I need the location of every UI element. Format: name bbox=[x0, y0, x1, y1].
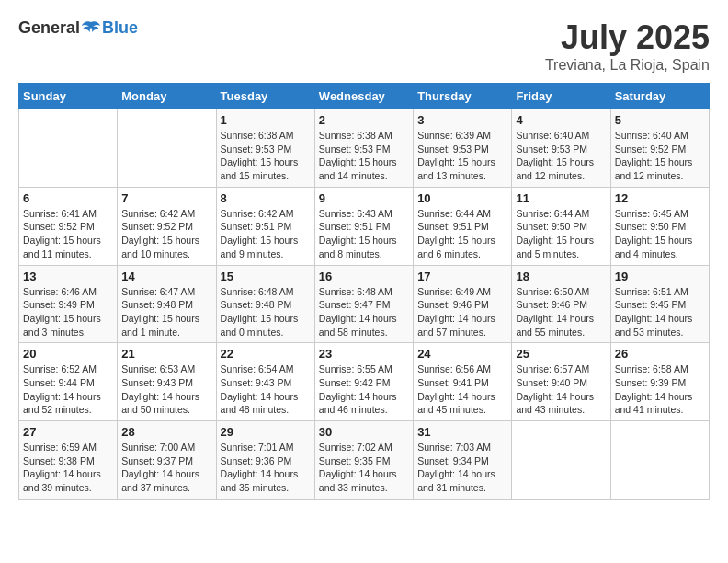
day-number: 13 bbox=[23, 270, 113, 283]
calendar-cell: 26Sunrise: 6:58 AMSunset: 9:39 PMDayligh… bbox=[610, 343, 709, 421]
day-number: 28 bbox=[121, 425, 211, 439]
day-info: Sunrise: 6:54 AMSunset: 9:43 PMDaylight:… bbox=[221, 362, 311, 417]
calendar-week-row: 27Sunrise: 6:59 AMSunset: 9:38 PMDayligh… bbox=[19, 421, 710, 500]
location-title: Treviana, La Rioja, Spain bbox=[545, 57, 710, 74]
header-tuesday: Tuesday bbox=[216, 84, 314, 109]
calendar-cell: 8Sunrise: 6:42 AMSunset: 9:51 PMDaylight… bbox=[216, 187, 314, 265]
day-number: 14 bbox=[121, 270, 211, 283]
header-thursday: Thursday bbox=[414, 84, 512, 109]
header-monday: Monday bbox=[118, 84, 216, 109]
day-number: 7 bbox=[121, 191, 211, 205]
day-info: Sunrise: 6:48 AMSunset: 9:47 PMDaylight:… bbox=[319, 285, 409, 339]
header-sunday: Sunday bbox=[19, 84, 118, 109]
day-number: 18 bbox=[516, 270, 606, 283]
calendar-week-row: 13Sunrise: 6:46 AMSunset: 9:49 PMDayligh… bbox=[19, 265, 710, 343]
calendar-cell: 12Sunrise: 6:45 AMSunset: 9:50 PMDayligh… bbox=[610, 187, 709, 265]
day-info: Sunrise: 6:57 AMSunset: 9:40 PMDaylight:… bbox=[516, 362, 606, 417]
day-info: Sunrise: 6:48 AMSunset: 9:48 PMDaylight:… bbox=[221, 285, 311, 339]
day-number: 2 bbox=[319, 113, 409, 127]
calendar-cell bbox=[118, 109, 216, 188]
day-info: Sunrise: 6:40 AMSunset: 9:52 PMDaylight:… bbox=[615, 129, 705, 183]
calendar-cell: 22Sunrise: 6:54 AMSunset: 9:43 PMDayligh… bbox=[216, 343, 314, 421]
calendar-week-row: 20Sunrise: 6:52 AMSunset: 9:44 PMDayligh… bbox=[19, 343, 710, 421]
day-number: 1 bbox=[221, 113, 311, 127]
calendar-week-row: 6Sunrise: 6:41 AMSunset: 9:52 PMDaylight… bbox=[19, 187, 710, 265]
day-info: Sunrise: 6:55 AMSunset: 9:42 PMDaylight:… bbox=[319, 362, 409, 417]
calendar-cell: 3Sunrise: 6:39 AMSunset: 9:53 PMDaylight… bbox=[414, 109, 512, 188]
day-info: Sunrise: 6:38 AMSunset: 9:53 PMDaylight:… bbox=[319, 129, 409, 183]
logo-bird-icon bbox=[81, 20, 101, 37]
calendar-cell: 4Sunrise: 6:40 AMSunset: 9:53 PMDaylight… bbox=[512, 109, 610, 188]
day-number: 12 bbox=[615, 191, 705, 205]
day-info: Sunrise: 6:52 AMSunset: 9:44 PMDaylight:… bbox=[23, 362, 113, 417]
calendar-cell: 18Sunrise: 6:50 AMSunset: 9:46 PMDayligh… bbox=[512, 265, 610, 343]
calendar-table: SundayMondayTuesdayWednesdayThursdayFrid… bbox=[18, 83, 710, 500]
day-info: Sunrise: 6:50 AMSunset: 9:46 PMDaylight:… bbox=[516, 285, 606, 339]
day-info: Sunrise: 7:01 AMSunset: 9:36 PMDaylight:… bbox=[221, 441, 311, 495]
calendar-cell: 14Sunrise: 6:47 AMSunset: 9:48 PMDayligh… bbox=[118, 265, 216, 343]
calendar-cell bbox=[610, 421, 709, 500]
day-number: 6 bbox=[23, 191, 113, 205]
calendar-cell bbox=[19, 109, 118, 188]
calendar-cell: 9Sunrise: 6:43 AMSunset: 9:51 PMDaylight… bbox=[314, 187, 413, 265]
day-info: Sunrise: 6:40 AMSunset: 9:53 PMDaylight:… bbox=[516, 129, 606, 183]
day-info: Sunrise: 6:39 AMSunset: 9:53 PMDaylight:… bbox=[417, 129, 507, 183]
day-info: Sunrise: 6:44 AMSunset: 9:51 PMDaylight:… bbox=[417, 207, 507, 261]
day-number: 23 bbox=[319, 347, 409, 361]
calendar-cell: 25Sunrise: 6:57 AMSunset: 9:40 PMDayligh… bbox=[512, 343, 610, 421]
day-number: 31 bbox=[417, 425, 507, 439]
logo: General Blue bbox=[18, 18, 138, 38]
day-info: Sunrise: 6:38 AMSunset: 9:53 PMDaylight:… bbox=[221, 129, 311, 183]
day-number: 11 bbox=[516, 191, 606, 205]
day-info: Sunrise: 7:03 AMSunset: 9:34 PMDaylight:… bbox=[417, 441, 507, 495]
day-info: Sunrise: 7:02 AMSunset: 9:35 PMDaylight:… bbox=[319, 441, 409, 495]
day-number: 27 bbox=[23, 425, 113, 439]
calendar-cell: 31Sunrise: 7:03 AMSunset: 9:34 PMDayligh… bbox=[414, 421, 512, 500]
day-info: Sunrise: 6:51 AMSunset: 9:45 PMDaylight:… bbox=[615, 285, 705, 339]
day-number: 25 bbox=[516, 347, 606, 361]
day-info: Sunrise: 6:43 AMSunset: 9:51 PMDaylight:… bbox=[319, 207, 409, 261]
calendar-cell: 13Sunrise: 6:46 AMSunset: 9:49 PMDayligh… bbox=[19, 265, 118, 343]
calendar-cell: 5Sunrise: 6:40 AMSunset: 9:52 PMDaylight… bbox=[610, 109, 709, 188]
day-info: Sunrise: 6:59 AMSunset: 9:38 PMDaylight:… bbox=[23, 441, 113, 495]
header-saturday: Saturday bbox=[610, 84, 709, 109]
day-info: Sunrise: 6:41 AMSunset: 9:52 PMDaylight:… bbox=[23, 207, 113, 261]
day-number: 8 bbox=[221, 191, 311, 205]
day-number: 19 bbox=[615, 270, 705, 283]
day-number: 9 bbox=[319, 191, 409, 205]
day-number: 26 bbox=[615, 347, 705, 361]
day-number: 21 bbox=[121, 347, 211, 361]
calendar-cell: 15Sunrise: 6:48 AMSunset: 9:48 PMDayligh… bbox=[216, 265, 314, 343]
calendar-week-row: 1Sunrise: 6:38 AMSunset: 9:53 PMDaylight… bbox=[19, 109, 710, 188]
day-info: Sunrise: 6:56 AMSunset: 9:41 PMDaylight:… bbox=[417, 362, 507, 417]
header-wednesday: Wednesday bbox=[314, 84, 413, 109]
calendar-cell: 1Sunrise: 6:38 AMSunset: 9:53 PMDaylight… bbox=[216, 109, 314, 188]
calendar-cell: 6Sunrise: 6:41 AMSunset: 9:52 PMDaylight… bbox=[19, 187, 118, 265]
day-number: 22 bbox=[221, 347, 311, 361]
month-title: July 2025 bbox=[545, 18, 710, 57]
day-info: Sunrise: 6:49 AMSunset: 9:46 PMDaylight:… bbox=[417, 285, 507, 339]
day-info: Sunrise: 6:53 AMSunset: 9:43 PMDaylight:… bbox=[121, 362, 211, 417]
day-number: 10 bbox=[417, 191, 507, 205]
calendar-cell: 27Sunrise: 6:59 AMSunset: 9:38 PMDayligh… bbox=[19, 421, 118, 500]
page-header: General Blue July 2025 Treviana, La Rioj… bbox=[18, 18, 710, 74]
day-number: 15 bbox=[221, 270, 311, 283]
day-number: 16 bbox=[319, 270, 409, 283]
day-number: 3 bbox=[417, 113, 507, 127]
day-number: 17 bbox=[417, 270, 507, 283]
calendar-cell: 17Sunrise: 6:49 AMSunset: 9:46 PMDayligh… bbox=[414, 265, 512, 343]
day-number: 29 bbox=[221, 425, 311, 439]
day-info: Sunrise: 6:58 AMSunset: 9:39 PMDaylight:… bbox=[615, 362, 705, 417]
calendar-cell: 2Sunrise: 6:38 AMSunset: 9:53 PMDaylight… bbox=[314, 109, 413, 188]
day-info: Sunrise: 6:42 AMSunset: 9:52 PMDaylight:… bbox=[121, 207, 211, 261]
title-block: July 2025 Treviana, La Rioja, Spain bbox=[545, 18, 710, 74]
calendar-cell: 29Sunrise: 7:01 AMSunset: 9:36 PMDayligh… bbox=[216, 421, 314, 500]
header-friday: Friday bbox=[512, 84, 610, 109]
calendar-cell: 24Sunrise: 6:56 AMSunset: 9:41 PMDayligh… bbox=[414, 343, 512, 421]
logo-general-text: General bbox=[18, 18, 80, 38]
calendar-cell: 23Sunrise: 6:55 AMSunset: 9:42 PMDayligh… bbox=[314, 343, 413, 421]
day-info: Sunrise: 7:00 AMSunset: 9:37 PMDaylight:… bbox=[121, 441, 211, 495]
calendar-cell bbox=[512, 421, 610, 500]
day-info: Sunrise: 6:47 AMSunset: 9:48 PMDaylight:… bbox=[121, 285, 211, 339]
calendar-cell: 7Sunrise: 6:42 AMSunset: 9:52 PMDaylight… bbox=[118, 187, 216, 265]
